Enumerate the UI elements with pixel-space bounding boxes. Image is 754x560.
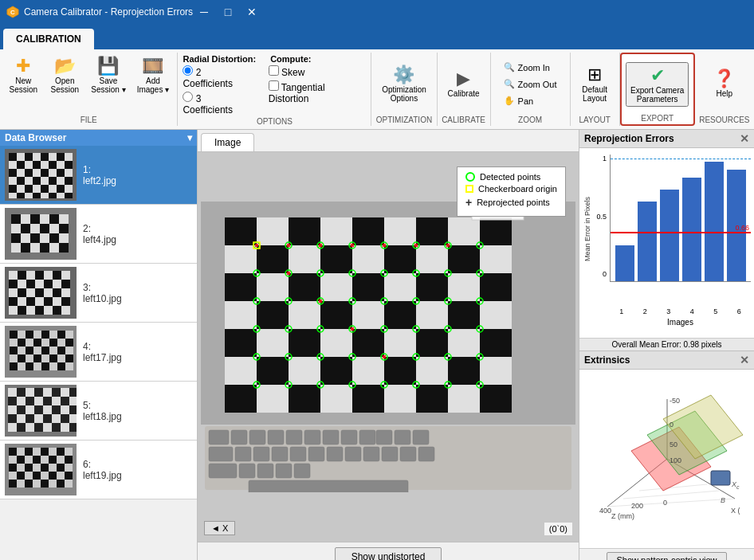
- tangential-label[interactable]: Tangential Distortion: [269, 80, 367, 104]
- svg-rect-22: [33, 169, 41, 177]
- svg-rect-403: [418, 447, 434, 461]
- svg-rect-117: [41, 331, 49, 339]
- show-undistorted-button[interactable]: Show undistorted: [335, 547, 442, 560]
- svg-rect-69: [59, 233, 69, 243]
- svg-rect-295: [352, 385, 384, 413]
- svg-rect-227: [9, 480, 17, 488]
- show-pattern-button[interactable]: Show pattern-centric view: [607, 552, 728, 560]
- svg-rect-116: [33, 331, 41, 339]
- svg-rect-383: [272, 447, 288, 461]
- coeff3-label[interactable]: 3 Coefficients: [183, 92, 252, 116]
- svg-rect-82: [53, 271, 61, 280]
- extrinsics-section: Extrinsics ✕: [579, 351, 754, 561]
- calibrate-button[interactable]: ▶ Calibrate: [443, 67, 485, 101]
- svg-rect-173: [34, 405, 43, 414]
- coeff3-radio[interactable]: [183, 92, 193, 102]
- svg-rect-237: [225, 217, 257, 245]
- pan-label: Pan: [518, 96, 534, 106]
- svg-rect-79: [26, 271, 35, 280]
- sidebar-item-1[interactable]: 1:left2.jpg: [0, 146, 197, 205]
- optimization-group-label: OPTIMIZATION: [376, 114, 432, 124]
- bar-5[interactable]: [705, 162, 724, 281]
- new-session-button[interactable]: ✚ New Session: [3, 54, 43, 97]
- bar-4[interactable]: [682, 178, 701, 281]
- sidebar-item-4[interactable]: 4:left17.jpg: [0, 323, 197, 382]
- svg-rect-63: [59, 224, 69, 233]
- bar-1[interactable]: [615, 245, 634, 281]
- ribbon-group-options: Radial Distortion: Compute: 2 Coefficien…: [178, 53, 371, 126]
- window-title: Camera Calibrator - Reprojection Errors: [24, 6, 193, 18]
- reprojection-close-button[interactable]: ✕: [740, 132, 749, 145]
- pan-button[interactable]: ✋ Pan: [498, 93, 563, 108]
- svg-rect-14: [33, 161, 41, 169]
- extrinsics-close-button[interactable]: ✕: [740, 354, 749, 366]
- svg-rect-4: [17, 153, 25, 161]
- title-bar: C Camera Calibrator - Reprojection Error…: [0, 0, 754, 24]
- svg-rect-115: [26, 331, 33, 339]
- svg-rect-381: [235, 447, 251, 461]
- svg-rect-256: [257, 273, 289, 301]
- nav-left-button[interactable]: ◄ X: [204, 521, 235, 535]
- svg-rect-120: [65, 331, 73, 339]
- svg-rect-283: [257, 357, 289, 385]
- tangential-checkbox[interactable]: [269, 80, 279, 91]
- sidebar-item-2[interactable]: 2:left4.jpg: [0, 205, 197, 264]
- tab-calibration[interactable]: CALIBRATION: [3, 29, 94, 49]
- close-button[interactable]: ✕: [241, 2, 263, 22]
- svg-rect-206: [33, 456, 41, 464]
- sidebar-item-6[interactable]: 6:left19.jpg: [0, 441, 197, 499]
- svg-rect-97: [61, 288, 70, 297]
- svg-text:C: C: [10, 9, 15, 16]
- image-tab[interactable]: Image: [201, 133, 254, 151]
- ribbon-group-zoom: 🔍 Zoom In 🔍 Zoom Out ✋ Pan ZOOM: [491, 53, 571, 126]
- svg-rect-199: [41, 448, 49, 456]
- thumbnail-6: [5, 444, 77, 495]
- coeff2-label[interactable]: 2 Coefficients: [183, 65, 252, 89]
- reprojection-errors-section: Reprojection Errors ✕ Mean Error in Pixe…: [579, 130, 754, 351]
- open-session-button[interactable]: 📂 Open Session: [45, 54, 84, 97]
- svg-rect-98: [9, 297, 18, 306]
- svg-rect-251: [384, 245, 416, 273]
- help-button[interactable]: ❓ Help: [705, 67, 744, 101]
- svg-rect-277: [352, 329, 384, 357]
- chart-bar-area: 0.66: [610, 155, 751, 282]
- sidebar-item-3[interactable]: 3:left10.jpg: [0, 264, 197, 323]
- svg-rect-113: [10, 331, 18, 339]
- x-tick-6: 6: [737, 307, 741, 315]
- options-content: Radial Distortion: Compute: 2 Coefficien…: [183, 54, 366, 116]
- optimization-label: Optimization Options: [382, 85, 426, 103]
- svg-rect-91: [9, 288, 18, 297]
- ribbon-tab-bar: CALIBRATION: [0, 24, 754, 49]
- svg-rect-245: [480, 217, 512, 245]
- add-images-button[interactable]: 🎞️ Add Images ▾: [132, 54, 175, 97]
- sidebar-item-5[interactable]: 5:left18.jpg: [0, 382, 197, 441]
- svg-rect-50: [65, 193, 73, 198]
- maximize-button[interactable]: □: [217, 2, 239, 22]
- svg-rect-246: [225, 245, 257, 273]
- reprojection-header: Reprojection Errors ✕: [579, 130, 754, 148]
- skew-checkbox[interactable]: [269, 65, 279, 76]
- skew-label[interactable]: Skew: [269, 65, 367, 78]
- bar-2[interactable]: [638, 202, 657, 281]
- svg-rect-103: [53, 297, 61, 306]
- export-icon: ✔: [650, 65, 665, 86]
- svg-rect-250: [352, 245, 384, 273]
- svg-rect-392: [341, 430, 357, 444]
- svg-rect-216: [49, 464, 57, 472]
- svg-rect-266: [289, 301, 320, 329]
- zoom-out-button[interactable]: 🔍 Zoom Out: [498, 76, 563, 92]
- svg-rect-68: [49, 233, 59, 243]
- zoom-in-button[interactable]: 🔍 Zoom In: [498, 60, 563, 75]
- optimization-options-button[interactable]: ⚙️ Optimization Options: [377, 63, 431, 106]
- legend-reprojected: + Reprojected points: [465, 196, 557, 209]
- coeff2-radio[interactable]: [183, 65, 193, 76]
- svg-rect-298: [448, 385, 480, 413]
- default-layout-button[interactable]: ⊞ Default Layout: [575, 63, 615, 106]
- svg-rect-66: [30, 233, 40, 243]
- bar-3[interactable]: [660, 190, 679, 281]
- svg-rect-42: [65, 185, 73, 193]
- export-camera-button[interactable]: ✔ Export Camera Parameters: [626, 62, 689, 107]
- save-session-button[interactable]: 💾 Save Session ▾: [86, 54, 130, 97]
- minimize-button[interactable]: ─: [193, 2, 215, 22]
- svg-rect-232: [49, 480, 57, 488]
